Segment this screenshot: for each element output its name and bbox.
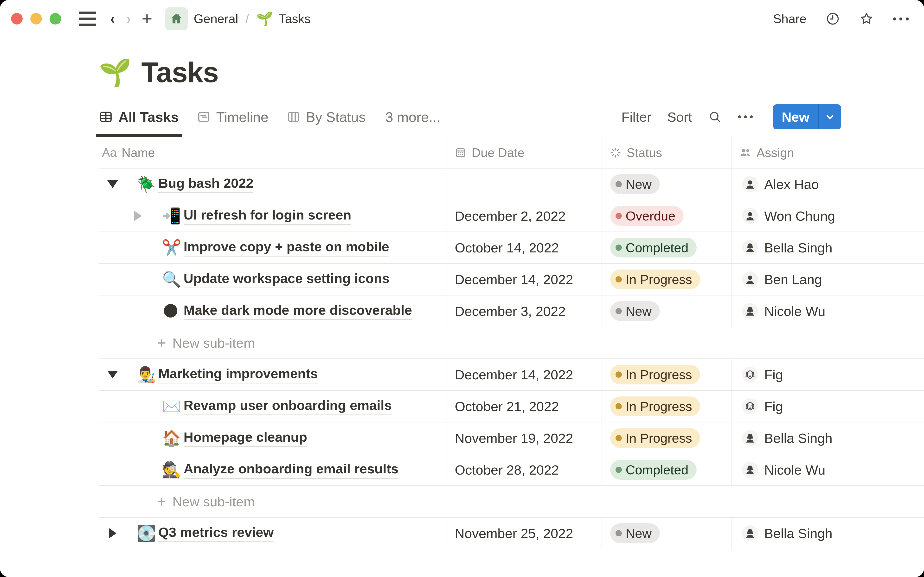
status-cell[interactable]: In Progress xyxy=(602,359,732,390)
window-controls xyxy=(11,13,61,24)
status-cell[interactable]: In Progress xyxy=(602,391,732,422)
status-cell[interactable]: In Progress xyxy=(602,264,732,295)
due-date-cell[interactable]: December 2, 2022 xyxy=(447,200,602,232)
assign-cell[interactable]: Fig xyxy=(732,359,924,390)
avatar xyxy=(742,525,758,541)
collapse-toggle-icon[interactable] xyxy=(106,180,120,188)
tasks-table: Aa Name Due Date Status Assign xyxy=(99,137,924,550)
due-date-cell[interactable]: December 3, 2022 xyxy=(447,295,602,327)
status-cell[interactable]: New xyxy=(602,517,732,549)
due-date-cell[interactable]: November 19, 2022 xyxy=(447,422,602,454)
sort-button[interactable]: Sort xyxy=(667,109,692,125)
back-icon[interactable]: ‹ xyxy=(110,12,115,26)
column-header-due-date[interactable]: Due Date xyxy=(447,137,602,168)
column-header-assign[interactable]: Assign xyxy=(732,137,924,168)
task-name-link[interactable]: UI refresh for login screen xyxy=(184,207,351,225)
assign-cell[interactable]: Won Chung xyxy=(732,200,924,232)
task-name-link[interactable]: Homepage cleanup xyxy=(184,429,307,447)
page-header: 🌱 Tasks xyxy=(99,48,924,97)
status-dot xyxy=(615,245,622,251)
more-options-icon[interactable]: ••• xyxy=(893,12,911,25)
collapse-toggle-icon[interactable] xyxy=(106,371,120,379)
forward-icon[interactable]: › xyxy=(126,12,131,26)
assign-cell[interactable]: Ben Lang xyxy=(732,264,924,295)
favorite-star-icon[interactable] xyxy=(859,11,874,26)
due-date-cell[interactable]: December 14, 2022 xyxy=(447,264,602,295)
minimize-button[interactable] xyxy=(30,13,42,24)
task-name-link[interactable]: Q3 metrics review xyxy=(158,524,274,542)
assign-cell[interactable]: Bella Singh xyxy=(732,517,924,549)
avatar xyxy=(742,462,758,478)
status-badge: Completed xyxy=(610,460,696,480)
tab-by-status[interactable]: By Status xyxy=(287,97,365,137)
new-button-label[interactable]: New xyxy=(773,104,818,129)
task-name-link[interactable]: Update workspace setting icons xyxy=(184,271,389,288)
status-badge: In Progress xyxy=(610,396,700,416)
assign-cell[interactable]: Nicole Wu xyxy=(732,454,924,485)
new-page-icon[interactable]: + xyxy=(142,10,152,28)
zoom-button[interactable] xyxy=(50,13,61,24)
status-cell[interactable]: Overdue xyxy=(602,200,732,232)
task-name-link[interactable]: Analyze onboarding email results xyxy=(184,461,399,479)
breadcrumb-page-emoji-icon: 🌱 xyxy=(256,12,273,26)
due-date-cell[interactable] xyxy=(447,169,602,200)
new-button[interactable]: New xyxy=(773,104,841,129)
assign-cell[interactable]: Bella Singh xyxy=(732,232,924,263)
close-button[interactable] xyxy=(11,13,23,24)
filter-button[interactable]: Filter xyxy=(621,109,651,125)
avatar-dog xyxy=(742,398,758,414)
task-emoji-icon: 🕵️ xyxy=(162,462,179,477)
due-date-cell[interactable]: November 25, 2022 xyxy=(447,517,602,549)
task-name-link[interactable]: Improve copy + paste on mobile xyxy=(184,239,389,256)
due-date-cell[interactable]: October 14, 2022 xyxy=(447,232,602,263)
page-emoji-icon[interactable]: 🌱 xyxy=(99,59,132,85)
assignee-name: Ben Lang xyxy=(764,272,822,287)
status-badge: Completed xyxy=(610,238,696,258)
breadcrumb-page[interactable]: Tasks xyxy=(279,11,311,26)
chevron-down-icon[interactable] xyxy=(819,104,841,129)
column-header-status[interactable]: Status xyxy=(602,137,732,168)
assign-cell[interactable]: Alex Hao xyxy=(732,169,924,200)
status-cell[interactable]: New xyxy=(602,295,732,327)
assign-cell[interactable]: Fig xyxy=(732,391,924,422)
assign-cell[interactable]: Nicole Wu xyxy=(732,295,924,327)
task-name-link[interactable]: Make dark mode more discoverable xyxy=(184,302,412,320)
status-dot xyxy=(615,213,622,219)
due-date-cell[interactable]: December 14, 2022 xyxy=(447,359,602,390)
view-more-icon[interactable]: ••• xyxy=(738,111,755,123)
tab-timeline[interactable]: Timeline xyxy=(197,97,268,137)
status-badge: New xyxy=(610,524,660,543)
home-icon[interactable] xyxy=(165,7,188,30)
assignee-name: Fig xyxy=(764,399,783,414)
new-sub-item-button[interactable]: + New sub-item xyxy=(99,327,924,358)
new-sub-item-row: + New sub-item xyxy=(99,486,924,517)
new-sub-item-button[interactable]: + New sub-item xyxy=(99,486,924,517)
assign-cell[interactable]: Bella Singh xyxy=(732,422,924,454)
column-header-name[interactable]: Aa Name xyxy=(99,137,447,168)
tab-more-views[interactable]: 3 more... xyxy=(386,97,441,137)
expand-toggle-icon[interactable] xyxy=(131,211,145,221)
task-emoji-icon: 🔍 xyxy=(162,272,179,287)
expand-toggle-icon[interactable] xyxy=(106,528,120,538)
avatar xyxy=(742,303,758,319)
status-cell[interactable]: New xyxy=(602,169,732,200)
tab-all-tasks[interactable]: All Tasks xyxy=(99,97,179,137)
status-cell[interactable]: In Progress xyxy=(602,422,732,454)
due-date-cell[interactable]: October 21, 2022 xyxy=(447,391,602,422)
task-name-link[interactable]: Marketing improvements xyxy=(158,366,318,384)
task-name-link[interactable]: Bug bash 2022 xyxy=(158,175,254,193)
updates-clock-icon[interactable] xyxy=(825,11,840,26)
status-cell[interactable]: Completed xyxy=(602,232,732,263)
task-emoji-icon: 🌑 xyxy=(162,303,179,319)
breadcrumb-workspace[interactable]: General xyxy=(194,11,238,26)
due-date-cell[interactable]: October 28, 2022 xyxy=(447,454,602,485)
task-name-link[interactable]: Revamp user onboarding emails xyxy=(184,397,392,415)
table-header-row: Aa Name Due Date Status Assign xyxy=(99,137,924,169)
share-button[interactable]: Share xyxy=(773,11,806,26)
status-cell[interactable]: Completed xyxy=(602,454,732,485)
page-title[interactable]: Tasks xyxy=(141,56,218,89)
sidebar-menu-icon[interactable] xyxy=(79,11,96,26)
task-emoji-icon: 🏠 xyxy=(162,430,179,446)
task-emoji-icon: 🪲 xyxy=(137,176,154,192)
search-icon[interactable] xyxy=(708,110,722,124)
